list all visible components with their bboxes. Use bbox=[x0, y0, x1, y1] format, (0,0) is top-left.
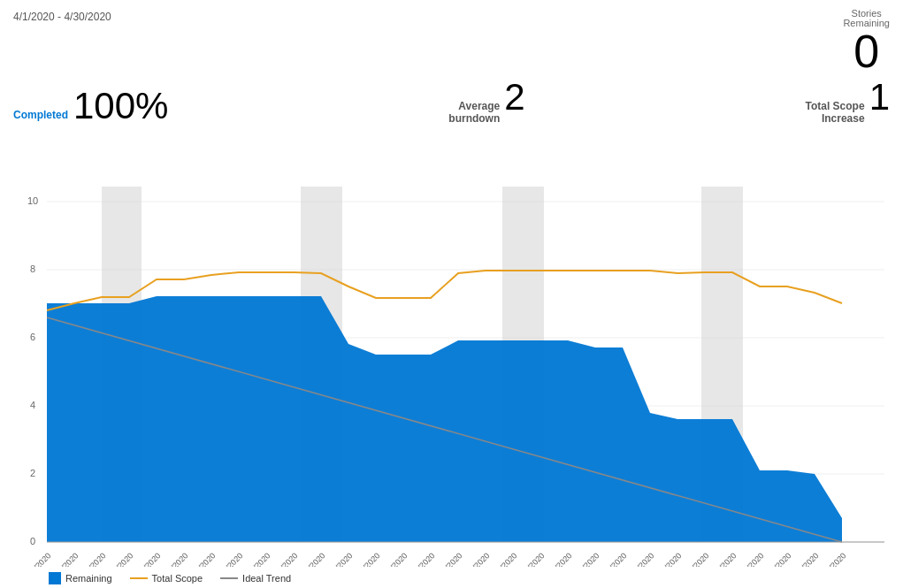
svg-text:4/2/2020: 4/2/2020 bbox=[52, 551, 80, 567]
svg-text:4/23/2020: 4/23/2020 bbox=[624, 551, 655, 567]
svg-text:4/1/2020: 4/1/2020 bbox=[25, 551, 53, 567]
svg-text:4/26/2020: 4/26/2020 bbox=[707, 551, 738, 567]
total-scope-metric: Total ScopeIncrease 1 bbox=[806, 79, 890, 125]
svg-text:4/29/2020: 4/29/2020 bbox=[789, 551, 820, 567]
svg-text:4/6/2020: 4/6/2020 bbox=[162, 551, 190, 567]
svg-text:4/5/2020: 4/5/2020 bbox=[134, 551, 163, 567]
legend-ideal-trend: Ideal Trend bbox=[220, 573, 291, 584]
main-container: 4/1/2020 - 4/30/2020 StoriesRemaining 0 … bbox=[0, 0, 903, 588]
stories-remaining-widget: StoriesRemaining 0 bbox=[843, 9, 890, 74]
remaining-label: Remaining bbox=[65, 573, 112, 584]
svg-text:10: 10 bbox=[27, 195, 38, 206]
svg-text:4/4/2020: 4/4/2020 bbox=[107, 551, 135, 567]
completed-label: Completed bbox=[13, 109, 68, 121]
svg-text:4/15/2020: 4/15/2020 bbox=[405, 551, 436, 567]
total-scope-value: 1 bbox=[869, 79, 890, 116]
chart-legend: Remaining Total Scope Ideal Trend bbox=[13, 572, 890, 584]
svg-text:4/14/2020: 4/14/2020 bbox=[378, 551, 409, 567]
legend-remaining: Remaining bbox=[49, 572, 112, 584]
completed-value: 100% bbox=[73, 88, 168, 125]
svg-text:8: 8 bbox=[30, 263, 35, 274]
svg-text:4/9/2020: 4/9/2020 bbox=[244, 551, 272, 567]
svg-text:4/24/2020: 4/24/2020 bbox=[652, 551, 683, 567]
svg-text:4/17/2020: 4/17/2020 bbox=[460, 551, 491, 567]
completed-metric: Completed 100% bbox=[13, 88, 168, 125]
svg-text:4/21/2020: 4/21/2020 bbox=[570, 551, 601, 567]
svg-text:2: 2 bbox=[30, 468, 35, 478]
svg-text:4/8/2020: 4/8/2020 bbox=[217, 551, 245, 567]
svg-text:4/13/2020: 4/13/2020 bbox=[350, 551, 381, 567]
svg-text:4/7/2020: 4/7/2020 bbox=[189, 551, 218, 567]
svg-text:4: 4 bbox=[30, 400, 35, 410]
svg-text:4/19/2020: 4/19/2020 bbox=[515, 551, 546, 567]
svg-text:0: 0 bbox=[30, 536, 35, 546]
avg-burndown-label: Averageburndown bbox=[448, 100, 500, 125]
ideal-trend-color-line bbox=[220, 577, 238, 579]
burndown-chart: 0 2 4 6 8 10 bbox=[13, 134, 890, 567]
avg-burndown-metric: Averageburndown 2 bbox=[448, 79, 524, 125]
svg-text:4/28/2020: 4/28/2020 bbox=[761, 551, 792, 567]
total-scope-label: Total ScopeIncrease bbox=[806, 100, 865, 125]
date-range: 4/1/2020 - 4/30/2020 bbox=[13, 11, 111, 23]
svg-text:4/10/2020: 4/10/2020 bbox=[268, 551, 299, 567]
svg-text:4/20/2020: 4/20/2020 bbox=[542, 551, 573, 567]
avg-burndown-value: 2 bbox=[504, 79, 524, 116]
svg-text:6: 6 bbox=[30, 332, 35, 342]
legend-total-scope: Total Scope bbox=[130, 573, 203, 584]
svg-text:4/22/2020: 4/22/2020 bbox=[597, 551, 628, 567]
ideal-trend-label: Ideal Trend bbox=[242, 573, 291, 584]
total-scope-legend-label: Total Scope bbox=[152, 573, 203, 584]
svg-text:4/3/2020: 4/3/2020 bbox=[80, 551, 108, 567]
svg-text:4/27/2020: 4/27/2020 bbox=[734, 551, 765, 567]
svg-text:4/11/2020: 4/11/2020 bbox=[295, 551, 326, 567]
chart-area: 0 2 4 6 8 10 bbox=[13, 134, 890, 567]
total-scope-color-line bbox=[130, 577, 148, 579]
svg-text:4/30/2020: 4/30/2020 bbox=[816, 551, 847, 567]
svg-text:4/12/2020: 4/12/2020 bbox=[323, 551, 354, 567]
stories-remaining-value: 0 bbox=[843, 28, 890, 74]
svg-text:4/25/2020: 4/25/2020 bbox=[679, 551, 710, 567]
header-row: 4/1/2020 - 4/30/2020 StoriesRemaining 0 bbox=[13, 9, 890, 74]
svg-text:4/16/2020: 4/16/2020 bbox=[432, 551, 463, 567]
svg-text:4/18/2020: 4/18/2020 bbox=[487, 551, 518, 567]
metrics-row: Completed 100% Averageburndown 2 Total S… bbox=[13, 79, 890, 125]
remaining-color-box bbox=[49, 572, 61, 584]
